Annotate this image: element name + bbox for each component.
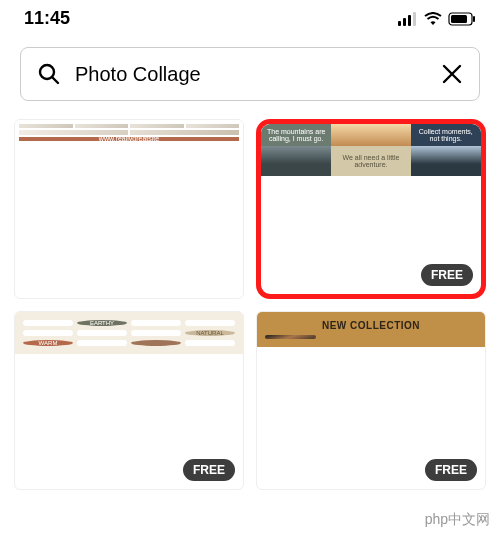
circle-label: WARM (23, 340, 73, 346)
template-card-collection[interactable]: NEW COLLECTION FREE (256, 311, 486, 491)
status-time: 11:45 (24, 8, 70, 29)
status-bar: 11:45 (0, 0, 500, 33)
template-card-mountains[interactable]: The mountains are calling, I must go. Co… (256, 119, 486, 299)
svg-rect-6 (473, 16, 475, 22)
free-badge: FREE (425, 459, 477, 481)
template-card-earthy[interactable]: EARTHY NATURAL WARM FREE (14, 311, 244, 491)
search-input[interactable] (75, 63, 427, 86)
template-title: NEW COLLECTION (265, 320, 477, 331)
free-badge: FREE (421, 264, 473, 286)
signal-icon (398, 12, 418, 26)
quote-text: Collect moments, not things. (411, 124, 481, 146)
circle-label: NATURAL (185, 330, 235, 336)
quote-text: We all need a little adventure. (331, 146, 410, 176)
svg-rect-1 (403, 18, 406, 26)
search-bar[interactable] (20, 47, 480, 101)
clear-icon[interactable] (441, 63, 463, 85)
svg-rect-5 (451, 15, 467, 23)
wifi-icon (424, 12, 442, 26)
svg-line-8 (53, 78, 59, 84)
free-badge: FREE (183, 459, 235, 481)
watermark: php中文网 (425, 511, 490, 529)
status-icons (398, 12, 476, 26)
svg-rect-0 (398, 21, 401, 26)
svg-rect-2 (408, 15, 411, 26)
template-grid: www.reallygreatsite The mountains are ca… (0, 119, 500, 490)
circle-label: EARTHY (77, 320, 127, 326)
battery-icon (448, 12, 476, 26)
quote-text: The mountains are calling, I must go. (261, 124, 331, 146)
search-icon (37, 62, 61, 86)
template-caption: www.reallygreatsite (19, 137, 239, 141)
template-card-interior[interactable]: www.reallygreatsite (14, 119, 244, 299)
svg-rect-3 (413, 12, 416, 26)
